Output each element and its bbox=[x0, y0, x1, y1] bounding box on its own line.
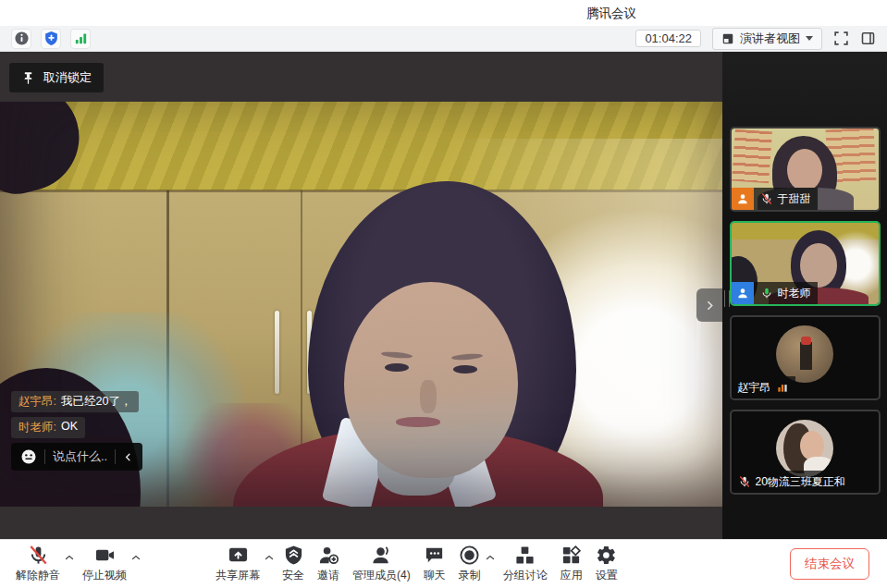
participants-sidebar: 于甜甜 bbox=[722, 52, 887, 539]
manage-members-button[interactable]: 管理成员(4) bbox=[346, 543, 417, 585]
button-label: 邀请 bbox=[317, 568, 339, 583]
record-button[interactable]: 录制 bbox=[452, 543, 487, 585]
view-mode-selector[interactable]: 演讲者视图 bbox=[712, 28, 822, 50]
main-video-stage: 取消锁定 赵宇昂: 我已经20了， 时老师: OK bbox=[0, 52, 722, 539]
mic-muted-icon bbox=[28, 545, 49, 566]
apps-grid-icon bbox=[561, 545, 582, 566]
button-label: 应用 bbox=[561, 568, 583, 583]
chat-bubble-icon bbox=[424, 545, 445, 566]
participant-avatar bbox=[776, 325, 833, 383]
record-icon bbox=[459, 545, 480, 566]
settings-gear-icon bbox=[596, 545, 617, 566]
fullscreen-icon[interactable] bbox=[833, 31, 849, 46]
meeting-info-button[interactable] bbox=[11, 29, 31, 49]
view-mode-label: 演讲者视图 bbox=[740, 31, 800, 47]
letterbox-bottom bbox=[0, 507, 722, 539]
participant-name: 于甜甜 bbox=[778, 191, 811, 207]
chat-overlay: 赵宇昂: 我已经20了， 时老师: OK bbox=[11, 391, 142, 471]
member-badge-icon bbox=[732, 282, 754, 304]
participant-avatar bbox=[776, 420, 833, 477]
participant-label: 赵宇昂 bbox=[732, 376, 795, 398]
titlebar: 腾讯会议 bbox=[0, 0, 887, 26]
button-label: 聊天 bbox=[424, 568, 446, 583]
apps-button[interactable]: 应用 bbox=[554, 543, 589, 585]
mic-on-icon bbox=[760, 287, 773, 300]
audio-level-icon bbox=[776, 381, 789, 394]
participant-label: 20物流三班夏正和 bbox=[732, 471, 852, 493]
meeting-protect-button[interactable] bbox=[41, 29, 61, 49]
share-screen-icon bbox=[228, 545, 249, 566]
participant-tile-active[interactable]: 时老师 bbox=[730, 221, 881, 306]
invite-person-icon bbox=[318, 545, 339, 566]
members-icon bbox=[371, 545, 392, 566]
button-label: 停止视频 bbox=[82, 568, 127, 583]
button-label: 管理成员(4) bbox=[352, 568, 411, 583]
divider bbox=[44, 449, 45, 464]
caret-up-icon[interactable] bbox=[130, 552, 142, 563]
button-label: 分组讨论 bbox=[503, 568, 548, 583]
participant-tile[interactable]: 于甜甜 bbox=[730, 127, 881, 212]
share-screen-button[interactable]: 共享屏幕 bbox=[209, 543, 266, 585]
bottom-toolbar: 解除静音 停止视频 共享屏幕 bbox=[0, 539, 887, 588]
end-meeting-button[interactable]: 结束会议 bbox=[790, 548, 869, 580]
meeting-content: 取消锁定 赵宇昂: 我已经20了， 时老师: OK bbox=[0, 52, 887, 539]
settings-button[interactable]: 设置 bbox=[589, 543, 624, 585]
caret-up-icon[interactable] bbox=[264, 552, 275, 563]
invite-button[interactable]: 邀请 bbox=[311, 543, 346, 585]
pushpin-icon bbox=[21, 71, 35, 85]
breakout-rooms-button[interactable]: 分组讨论 bbox=[497, 543, 554, 585]
button-label: 解除静音 bbox=[16, 568, 60, 583]
chat-sender: 时老师: bbox=[18, 420, 56, 435]
security-shield-icon bbox=[283, 545, 304, 566]
chat-input[interactable]: 说点什么... bbox=[11, 443, 142, 471]
chat-sender: 赵宇昂: bbox=[18, 394, 56, 410]
unmute-button[interactable]: 解除静音 bbox=[9, 543, 67, 585]
caret-up-icon[interactable] bbox=[64, 552, 75, 563]
button-label: 安全 bbox=[282, 568, 304, 583]
security-button[interactable]: 安全 bbox=[276, 543, 311, 585]
topbar-right-group: 01:04:22 演讲者视图 bbox=[635, 28, 876, 50]
sidebar-collapse-handle[interactable] bbox=[696, 288, 722, 322]
participant-tile[interactable]: 20物流三班夏正和 bbox=[730, 410, 881, 495]
meeting-timer: 01:04:22 bbox=[635, 30, 701, 47]
window-title: 腾讯会议 bbox=[586, 6, 636, 22]
member-badge-icon bbox=[732, 188, 754, 210]
chat-text: OK bbox=[61, 420, 78, 435]
divider bbox=[115, 449, 116, 464]
button-label: 共享屏幕 bbox=[216, 568, 260, 583]
layout-icon bbox=[721, 32, 734, 45]
chat-text: 我已经20了， bbox=[61, 394, 131, 410]
chat-message: 赵宇昂: 我已经20了， bbox=[11, 391, 142, 412]
network-status-button[interactable] bbox=[70, 29, 91, 49]
participant-label: 于甜甜 bbox=[754, 188, 818, 210]
signal-bars-icon bbox=[73, 31, 89, 46]
caret-up-icon[interactable] bbox=[485, 552, 496, 563]
mic-muted-icon bbox=[760, 192, 773, 205]
participant-name: 20物流三班夏正和 bbox=[756, 474, 845, 490]
stop-video-button[interactable]: 停止视频 bbox=[76, 543, 133, 585]
participant-label: 时老师 bbox=[754, 282, 818, 304]
shield-plus-icon bbox=[43, 31, 59, 46]
chevron-right-icon bbox=[704, 300, 716, 312]
unpin-button[interactable]: 取消锁定 bbox=[9, 63, 104, 92]
participant-name: 时老师 bbox=[778, 286, 811, 301]
button-label: 设置 bbox=[596, 568, 618, 583]
mic-muted-icon bbox=[738, 475, 751, 488]
camera-icon bbox=[94, 545, 116, 566]
top-toolbar: 01:04:22 演讲者视图 bbox=[0, 26, 887, 52]
chat-input-placeholder: 说点什么... bbox=[53, 448, 107, 465]
collapse-chat-icon[interactable] bbox=[123, 452, 133, 462]
tencent-meeting-window: 腾讯会议 01:04:22 bbox=[0, 0, 887, 588]
button-label: 录制 bbox=[459, 568, 481, 583]
info-icon bbox=[14, 31, 30, 46]
chat-message: 时老师: OK bbox=[11, 417, 142, 438]
participant-tile[interactable]: 赵宇昂 bbox=[730, 315, 881, 400]
participant-name: 赵宇昂 bbox=[738, 380, 771, 396]
chat-button[interactable]: 聊天 bbox=[417, 543, 452, 585]
emoji-smiley-icon[interactable] bbox=[20, 448, 37, 465]
breakout-rooms-icon bbox=[514, 545, 536, 566]
toggle-sidebar-icon[interactable] bbox=[860, 31, 876, 46]
unpin-label: 取消锁定 bbox=[43, 69, 92, 86]
caret-down-icon bbox=[806, 36, 813, 41]
